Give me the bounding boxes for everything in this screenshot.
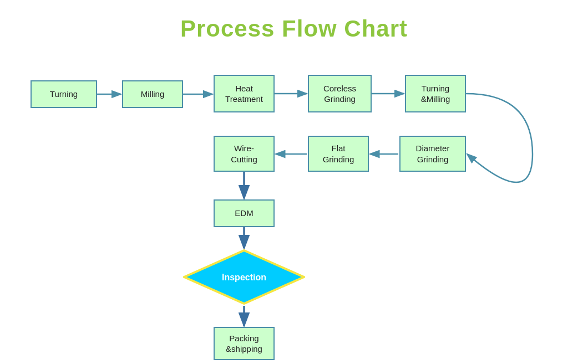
page-title: Process Flow Chart xyxy=(0,0,588,42)
wire-cutting-box: Wire-Cutting xyxy=(214,136,275,172)
edm-box: EDM xyxy=(214,199,275,227)
milling-box: Milling xyxy=(122,80,183,108)
svg-text:Inspection: Inspection xyxy=(222,273,266,282)
diameter-grinding-box: DiameterGrinding xyxy=(399,136,466,172)
coreless-grinding-box: CorelessGrinding xyxy=(308,75,372,112)
inspection-diamond-wrap: Inspection xyxy=(183,249,305,305)
turning-box: Turning xyxy=(31,80,97,108)
heat-treatment-box: HeatTreatment xyxy=(214,75,275,112)
turning-milling-box: Turning&Milling xyxy=(405,75,466,112)
packing-box: Packing&shipping xyxy=(214,327,275,360)
flat-grinding-box: FlatGrinding xyxy=(308,136,369,172)
